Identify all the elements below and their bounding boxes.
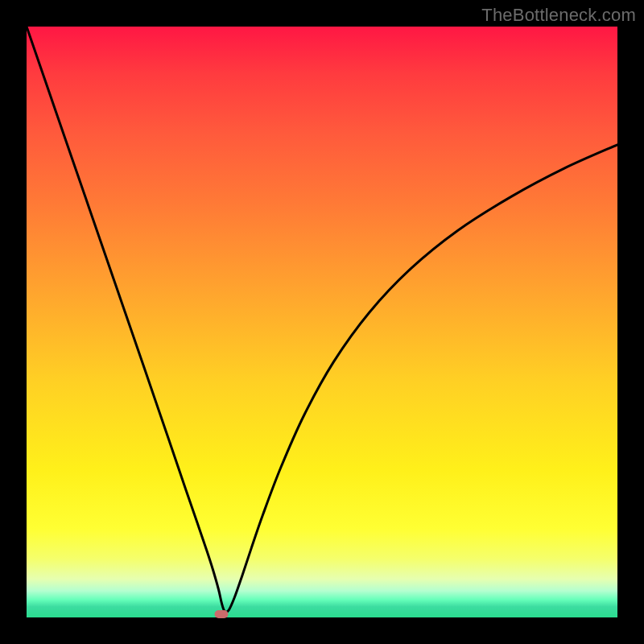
watermark-text: TheBottleneck.com [481, 5, 636, 26]
optimal-point-marker [215, 610, 229, 618]
chart-frame: TheBottleneck.com [0, 0, 644, 644]
plot-area [27, 27, 617, 617]
